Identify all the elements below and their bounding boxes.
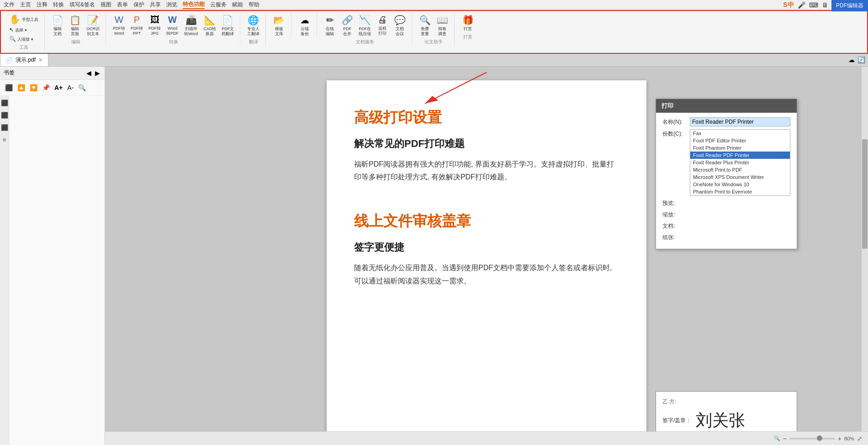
translate-group-label: 翻译: [249, 39, 258, 45]
menu-special[interactable]: 特色功能: [183, 0, 205, 9]
sidebar-content-area: [9, 96, 105, 445]
menu-home[interactable]: 主页: [20, 1, 31, 9]
top-right-screen[interactable]: 🖥: [822, 1, 828, 9]
sidebar-tool-nav2-icon[interactable]: 🔽: [28, 83, 39, 93]
sidebar-strip-icon-4[interactable]: ≡: [3, 136, 6, 143]
template-library-button[interactable]: 📂 模板文库: [271, 13, 287, 38]
ribbon-group-reward: 🎁 打赏 打赏: [457, 13, 480, 40]
sidebar-tool-filter-icon[interactable]: 🔍: [77, 83, 87, 93]
online-edit-button[interactable]: ✏ 在线编辑: [322, 13, 338, 38]
sidebar: 书签 ◀ ▶ ⬛ 🔼 🔽 📌 A+ A- 🔍 ⬛ ⬛ ⬛ ≡: [0, 67, 105, 445]
sidebar-tool-size-down-icon[interactable]: A-: [66, 83, 75, 93]
ocr-button[interactable]: 📝 OCR识别文本: [84, 13, 102, 38]
expand-icon[interactable]: ⤢: [857, 435, 863, 442]
menu-sign[interactable]: 填写&签名: [69, 1, 95, 9]
sidebar-tool-nav1-icon[interactable]: 🔼: [16, 83, 26, 93]
print-list-item-reader[interactable]: Foxit Reader PDF Printer: [690, 152, 790, 159]
stamp-name-label: 签字/盖章：: [662, 417, 691, 424]
menu-bar: 文件 主页 注释 转换 填写&签名 视图 表单 保护 共享 浏览 特色功能 云服…: [0, 0, 868, 10]
file-tab-close[interactable]: ✕: [38, 57, 42, 63]
sidebar-tool-nav3-icon[interactable]: 📌: [41, 83, 51, 93]
top-right-keyboard[interactable]: ⌨: [809, 1, 818, 9]
print-doc-row: 文档:: [662, 221, 790, 230]
zoom-slider-track[interactable]: [789, 438, 835, 440]
scan-to-word-button[interactable]: 📠 扫描件转Word: [182, 13, 200, 38]
main-area: 书签 ◀ ▶ ⬛ 🔼 🔽 📌 A+ A- 🔍 ⬛ ⬛ ⬛ ≡: [0, 67, 868, 445]
check-dup-button[interactable]: 🔍 免费查重: [417, 13, 433, 38]
menu-protect[interactable]: 保护: [133, 1, 144, 9]
ribbon-group-edit: 📄 编辑文档 📋 编辑页面 📝 OCR识别文本 编辑: [48, 13, 106, 45]
bottom-bar: 🔍 − + 80% ⤢: [105, 431, 868, 445]
menu-cloud[interactable]: 云服务: [210, 1, 227, 9]
menu-share[interactable]: 共享: [150, 1, 161, 9]
top-right-mic[interactable]: 🎤: [798, 1, 805, 9]
print-list-item-editor[interactable]: Foxit PDF Editor Printer: [690, 137, 790, 144]
template-library-icon: 📂: [273, 15, 285, 26]
sidebar-strip-icon-1[interactable]: ⬛: [1, 99, 8, 106]
reward-button[interactable]: 🎁 打赏: [460, 13, 476, 33]
menu-form[interactable]: 表单: [117, 1, 128, 9]
file-tab[interactable]: 📄 演示.pdf ✕: [0, 53, 48, 66]
menu-enable[interactable]: 赋能: [232, 1, 243, 9]
pdf-to-ppt-button[interactable]: P PDF转PPT: [128, 13, 145, 38]
page-icon: 🔍: [774, 435, 780, 441]
cloud-backup-label: 云端备份: [301, 26, 309, 37]
menu-file[interactable]: 文件: [4, 1, 15, 9]
docservice-group-label: 论文助手: [424, 39, 443, 45]
sidebar-strip-icon-3[interactable]: ⬛: [1, 124, 8, 131]
edit-page-button[interactable]: 📋 编辑页面: [67, 13, 83, 38]
pdf-to-ppt-icon: P: [134, 15, 140, 25]
pdf-to-jpg-button[interactable]: 🖼 PDF转JPG: [146, 13, 163, 38]
vertical-scrollbar[interactable]: [862, 67, 868, 431]
scan-to-word-icon: 📠: [185, 15, 197, 26]
menu-annotate[interactable]: 注释: [37, 1, 48, 9]
print-list-item-phantom[interactable]: Foxit Phantom Printer: [690, 144, 790, 152]
doc-meeting-button[interactable]: 💬 文档会议: [392, 13, 408, 38]
pro-translate-icon: 🌐: [248, 15, 259, 26]
print-list-item-onenote[interactable]: OneNote for Windows 10: [690, 181, 790, 188]
ribbon-group-translate: 🌐 专业人工翻译 翻译: [243, 13, 266, 45]
menu-view[interactable]: 视图: [101, 1, 111, 9]
pro-translate-button[interactable]: 🌐 专业人工翻译: [245, 13, 262, 38]
sidebar-tool-add-icon[interactable]: ⬛: [4, 83, 14, 93]
read-survey-button[interactable]: 📖 阅卷调查: [434, 13, 450, 38]
print-list-item-fax[interactable]: Fax: [690, 130, 790, 137]
pdf-editor-panel-label[interactable]: PDF编辑器: [831, 0, 868, 11]
zoom-minus-button[interactable]: −: [783, 435, 787, 442]
print-list-item-evernote[interactable]: Phantom Print to Evernote: [690, 188, 790, 195]
print-list-item-ms-xps[interactable]: Microsoft XPS Document Writer: [690, 173, 790, 181]
section1-body: 福昕PDF阅读器拥有强大的打印功能, 界面友好易于学习。支持虚拟打印、批量打印等…: [354, 158, 619, 184]
sidebar-strip-icon-2[interactable]: ⬛: [1, 112, 8, 119]
pdf-compress-button[interactable]: 📉 PDF在线压缩: [356, 13, 373, 38]
edit-doc-button[interactable]: 📄 编辑文档: [49, 13, 66, 38]
print-name-input[interactable]: [690, 117, 790, 126]
sidebar-prev-icon[interactable]: ◀: [85, 68, 92, 78]
cad-converter-button[interactable]: 📐 CAD转换器: [201, 13, 218, 38]
ribbon-group-convert: W PDF转Word P PDF转PPT 🖼 PDF转JPG W Word转PD…: [109, 13, 240, 45]
sidebar-header: 书签 ◀ ▶: [0, 67, 105, 80]
menu-help[interactable]: 帮助: [249, 1, 259, 9]
top-right-sogou: S中: [783, 1, 794, 9]
menu-convert[interactable]: 转换: [53, 1, 64, 9]
pdf-merge-button[interactable]: 🔗 PDF合并: [339, 13, 355, 38]
sidebar-next-icon[interactable]: ▶: [94, 68, 101, 78]
sidebar-tool-size-up-icon[interactable]: A+: [53, 83, 64, 93]
pdf-to-word-button[interactable]: W PDF转Word: [111, 13, 127, 38]
print-list-item-ms-pdf[interactable]: Microsoft Print to PDF: [690, 166, 790, 173]
menu-browse[interactable]: 浏览: [166, 1, 177, 9]
word-to-pdf-button[interactable]: W Word转PDF: [164, 13, 181, 38]
zoom-plus-button[interactable]: +: [838, 435, 842, 442]
select-tool-button[interactable]: ↖ 选择 ▾: [7, 26, 41, 34]
zoom-tool-button[interactable]: 🔍 入缩放 ▾: [7, 35, 41, 43]
hand-tool-button[interactable]: ✋ 手型工具: [7, 13, 41, 25]
zoom-slider-thumb[interactable]: [817, 435, 822, 441]
online-group-label: 文档服务: [356, 39, 374, 45]
cloud-backup-button[interactable]: ☁ 云端备份: [296, 13, 313, 38]
pdf-translate-button[interactable]: 📄 PDF文档翻译: [219, 13, 236, 38]
stamp-name-value: 刘关张: [696, 409, 745, 432]
tools-group-label: 工具: [19, 44, 28, 51]
remote-print-button[interactable]: 🖨 远程打印: [374, 13, 391, 38]
print-list-item-reader-plus[interactable]: Foxit Reader Plus Printer: [690, 159, 790, 166]
scrollbar-thumb[interactable]: [862, 139, 868, 249]
print-preview-label: 预览:: [662, 199, 690, 207]
